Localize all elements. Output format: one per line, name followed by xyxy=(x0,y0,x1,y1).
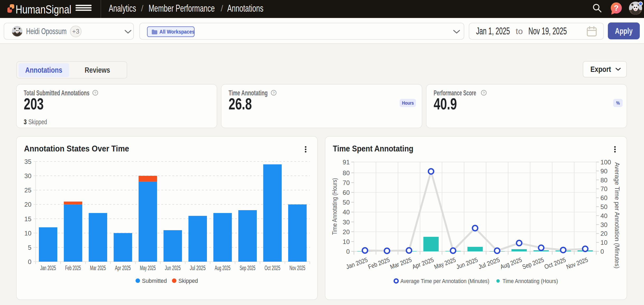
svg-text:Jun 2025: Jun 2025 xyxy=(455,256,479,270)
svg-text:Sep 2025: Sep 2025 xyxy=(521,256,545,270)
svg-text:Time Annotating (Hours): Time Annotating (Hours) xyxy=(503,278,558,284)
svg-text:?: ? xyxy=(483,91,485,95)
svg-text:May 2025: May 2025 xyxy=(433,256,457,270)
svg-text:Feb 2025: Feb 2025 xyxy=(65,265,81,271)
svg-text:50: 50 xyxy=(600,203,608,210)
svg-text:Nov 2025: Nov 2025 xyxy=(565,256,589,270)
svg-text:Average Time per Annotation (M: Average Time per Annotation (Minutes) xyxy=(400,278,489,284)
svg-text:Submitted: Submitted xyxy=(142,278,167,284)
svg-text:60: 60 xyxy=(343,189,350,196)
svg-text:?: ? xyxy=(94,91,96,95)
svg-text:25: 25 xyxy=(24,187,31,194)
svg-text:Jun 2025: Jun 2025 xyxy=(165,265,181,271)
svg-text:Apr 2025: Apr 2025 xyxy=(411,256,435,270)
svg-text:35: 35 xyxy=(24,158,31,165)
svg-text:91: 91 xyxy=(343,159,350,166)
svg-text:Average Time per Annotation (M: Average Time per Annotation (Minutes) xyxy=(614,162,621,269)
svg-text:Apr 2025: Apr 2025 xyxy=(115,265,131,271)
svg-text:70: 70 xyxy=(343,179,350,186)
svg-text:May 2025: May 2025 xyxy=(140,265,156,271)
svg-text:10: 10 xyxy=(24,230,31,237)
svg-text:30: 30 xyxy=(600,221,608,228)
svg-text:0: 0 xyxy=(600,248,604,255)
svg-text:20: 20 xyxy=(24,201,31,208)
svg-text:Oct 2025: Oct 2025 xyxy=(543,256,567,270)
svg-text:Jan 2025: Jan 2025 xyxy=(345,256,368,270)
svg-text:20: 20 xyxy=(600,230,608,237)
svg-text:0: 0 xyxy=(28,258,31,265)
svg-text:Jan 2025: Jan 2025 xyxy=(40,265,56,271)
svg-text:Oct 2025: Oct 2025 xyxy=(264,265,280,271)
svg-text:30: 30 xyxy=(24,172,31,179)
svg-text:10: 10 xyxy=(343,238,350,245)
svg-text:0: 0 xyxy=(346,248,350,255)
svg-text:Mar 2025: Mar 2025 xyxy=(90,265,106,271)
svg-text:?: ? xyxy=(273,91,275,95)
svg-text:70: 70 xyxy=(600,185,608,192)
svg-text:10: 10 xyxy=(600,239,608,246)
svg-text:?: ? xyxy=(614,3,619,12)
svg-text:50: 50 xyxy=(343,199,350,206)
svg-text:Jul 2025: Jul 2025 xyxy=(190,265,206,271)
svg-text:Mar 2025: Mar 2025 xyxy=(389,256,413,270)
svg-text:Time Annotating (Hours): Time Annotating (Hours) xyxy=(331,178,338,235)
svg-text:20: 20 xyxy=(343,228,350,235)
svg-text:80: 80 xyxy=(343,169,350,177)
svg-text:30: 30 xyxy=(343,219,350,226)
svg-text:40: 40 xyxy=(600,212,608,219)
svg-text:90: 90 xyxy=(600,168,608,175)
svg-text:Feb 2025: Feb 2025 xyxy=(367,256,391,270)
svg-text:5: 5 xyxy=(28,244,31,251)
svg-text:Sep 2025: Sep 2025 xyxy=(240,265,255,271)
svg-text:Skipped: Skipped xyxy=(178,278,198,284)
svg-text:Aug 2025: Aug 2025 xyxy=(499,256,523,270)
svg-text:Jul 2025: Jul 2025 xyxy=(477,256,501,270)
svg-text:Aug 2025: Aug 2025 xyxy=(215,265,230,271)
svg-text:40: 40 xyxy=(343,209,350,216)
svg-text:Nov 2025: Nov 2025 xyxy=(290,265,305,271)
svg-text:80: 80 xyxy=(600,177,608,184)
svg-text:60: 60 xyxy=(600,194,608,201)
svg-text:15: 15 xyxy=(24,215,31,223)
svg-text:100: 100 xyxy=(600,159,611,166)
